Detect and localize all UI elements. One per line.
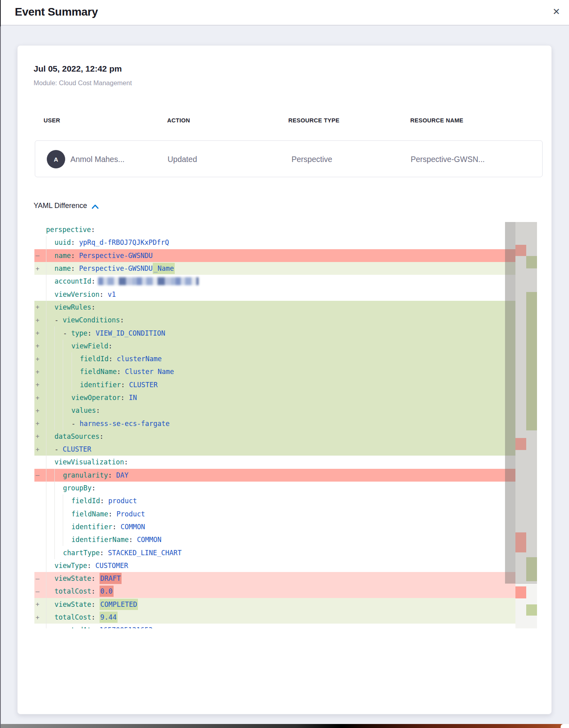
code-line: –granularity: DAY xyxy=(34,469,515,482)
indent-guides xyxy=(46,249,54,262)
code-line: +fieldId: clusterName xyxy=(34,352,515,365)
code-token: : xyxy=(108,342,112,350)
code-token: CLUSTER xyxy=(63,445,92,453)
code-token: values xyxy=(72,406,96,414)
yaml-difference-toggle[interactable]: YAML Difference xyxy=(34,202,99,210)
code-token: chartType xyxy=(63,549,100,557)
code-token: fieldName xyxy=(80,368,117,376)
code-line: –name: Perspective-GWSNDU xyxy=(34,249,515,262)
indent-guides xyxy=(46,456,54,468)
code-token: : xyxy=(87,562,95,570)
event-date: Jul 05, 2022, 12:42 pm xyxy=(34,64,122,74)
indent-guides xyxy=(46,236,54,249)
code-token: : xyxy=(91,600,99,608)
row-action: Updated xyxy=(168,141,197,178)
code-line: +fieldName: Cluster Name xyxy=(34,365,515,378)
code-token: identifier xyxy=(80,381,121,389)
underlying-window-edge xyxy=(0,724,569,728)
yaml-diff-code: perspective:uuid: ypRq_d-fRBOJ7QJKxPDfrQ… xyxy=(34,222,537,628)
code-line: +- harness-se-ecs-fargate xyxy=(34,417,515,430)
code-token: accountId xyxy=(54,277,91,285)
code-token: - xyxy=(72,420,80,428)
code-line: groupBy: xyxy=(34,482,515,494)
code-line: –totalCost: 0.0 xyxy=(34,585,515,598)
code-line: +viewState: COMPLETED xyxy=(34,598,515,611)
code-token: product xyxy=(108,497,137,505)
code-token: : xyxy=(92,484,96,492)
code-token: DAY xyxy=(116,471,128,479)
indent-guides xyxy=(46,430,54,443)
indent-guides xyxy=(46,469,63,482)
code-token: 1657005121653 xyxy=(100,626,153,628)
code-token: 9.44 xyxy=(100,612,118,623)
code-token: : xyxy=(120,394,128,402)
row-user: Anmol Mahes... xyxy=(70,141,124,178)
code-token: : xyxy=(117,368,125,376)
code-token: COMMON xyxy=(120,523,145,531)
code-line: +dataSources: xyxy=(34,430,515,443)
diff-gutter-marker: – xyxy=(34,575,46,582)
code-token: ypRq_d-fRBOJ7QJKxPDfrQ xyxy=(79,238,169,246)
code-token: : xyxy=(108,471,116,479)
panel-header: Event Summary ✕ xyxy=(0,0,569,26)
diff-gutter-marker: + xyxy=(34,446,46,453)
indent-guides xyxy=(46,326,63,339)
diff-gutter-marker: + xyxy=(34,342,46,350)
code-token: fieldId xyxy=(72,497,100,505)
close-icon[interactable]: ✕ xyxy=(553,6,560,17)
code-token: : xyxy=(88,329,96,337)
code-token: viewVisualization xyxy=(54,458,124,466)
code-token: : xyxy=(91,226,95,234)
indent-guides xyxy=(46,404,72,417)
code-token: : xyxy=(96,406,100,414)
indent-guides xyxy=(46,520,72,533)
underlying-window-corner xyxy=(561,724,569,728)
code-token: COMMON xyxy=(137,536,161,544)
minimap[interactable] xyxy=(515,222,537,628)
indent-guides xyxy=(46,340,72,352)
diff-gutter-marker: – xyxy=(34,252,46,259)
code-line: +viewField: xyxy=(34,340,515,352)
code-token: : xyxy=(121,381,129,389)
code-token: perspective xyxy=(46,226,91,234)
code-line: –viewState: DRAFT xyxy=(34,572,515,585)
diff-gutter-marker: + xyxy=(34,355,46,363)
code-token: identifierName xyxy=(72,536,129,544)
table-row[interactable]: A Anmol Mahes... Updated Perspective Per… xyxy=(35,140,543,177)
code-line: +- viewConditions: xyxy=(34,314,515,326)
code-line: +- CLUSTER xyxy=(34,443,515,456)
code-token: viewField xyxy=(72,342,108,350)
code-token: dataSources xyxy=(54,432,100,440)
code-line: perspective: xyxy=(34,223,515,236)
code-token: DRAFT xyxy=(100,573,122,584)
indent-guides xyxy=(46,352,80,365)
indent-guides xyxy=(46,365,80,378)
code-token: : xyxy=(71,264,79,272)
page-title: Event Summary xyxy=(15,6,98,18)
diff-gutter-marker: – xyxy=(34,588,46,595)
code-line: viewVisualization: xyxy=(34,456,515,468)
code-line: viewVersion: v1 xyxy=(34,288,515,300)
code-token: : xyxy=(91,574,99,582)
row-resource-name: Perspective-GWSN... xyxy=(411,141,485,178)
scrollbar-thumb[interactable] xyxy=(505,222,515,584)
code-line: +viewOperator: IN xyxy=(34,391,515,404)
code-token: Perspective-GWSNDU xyxy=(79,264,153,272)
code-line: +identifier: CLUSTER xyxy=(34,378,515,391)
code-token: Product xyxy=(116,510,145,518)
indent-guides xyxy=(46,572,54,585)
code-token: 0.0 xyxy=(100,586,114,597)
diff-gutter-marker: + xyxy=(34,420,46,427)
indent-guides xyxy=(46,314,54,326)
code-token: : xyxy=(91,303,95,311)
table-header: USER ACTION RESOURCE TYPE RESOURCE NAME xyxy=(18,117,551,125)
code-token: viewConditions xyxy=(63,316,120,324)
code-line: viewType: CUSTOMER xyxy=(34,559,515,572)
code-token: viewVersion xyxy=(54,290,100,298)
indent-guides xyxy=(46,482,63,494)
code-token: STACKED_LINE_CHART xyxy=(108,549,182,557)
code-line: identifier: COMMON xyxy=(34,520,515,533)
code-token: : xyxy=(108,355,116,363)
avatar: A xyxy=(47,150,65,168)
code-line: +viewRules: xyxy=(34,301,515,314)
